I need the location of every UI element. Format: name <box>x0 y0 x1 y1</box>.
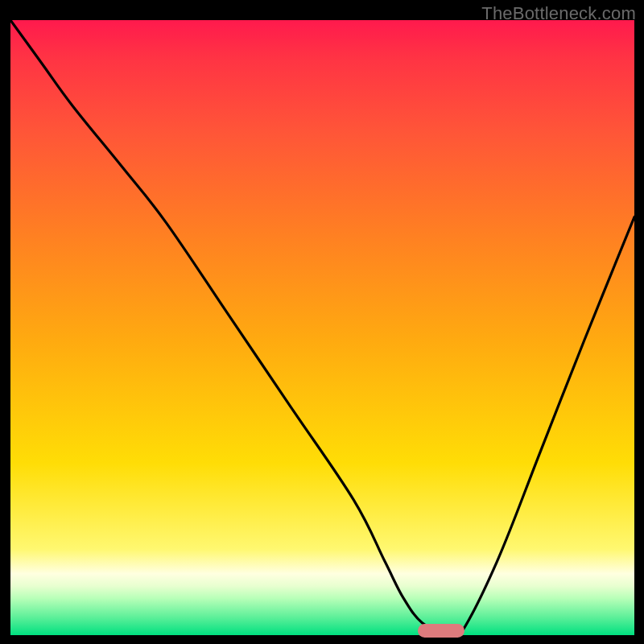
bottleneck-curve <box>10 20 634 635</box>
chart-container: TheBottleneck.com <box>0 0 644 644</box>
curve-path <box>10 20 634 635</box>
optimum-marker <box>418 624 465 638</box>
plot-area <box>10 20 634 635</box>
